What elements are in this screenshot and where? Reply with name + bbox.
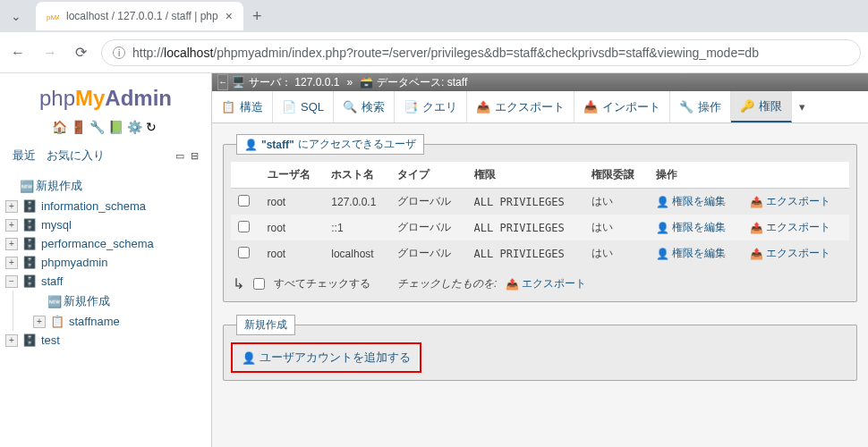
export-row-link[interactable]: 📤エクスポート <box>750 194 830 209</box>
user-icon: 👤 <box>244 139 258 151</box>
url-path: /phpmyadmin/index.php?route=/server/priv… <box>213 46 759 60</box>
tab-operations[interactable]: 🔧操作 <box>670 91 731 122</box>
expand-toggle[interactable]: + <box>5 257 18 269</box>
dropdown-icon[interactable]: ⌄ <box>7 5 25 27</box>
add-user-link[interactable]: 👤 ユーザアカウントを追加する <box>242 350 411 366</box>
col-grant: 権限委譲 <box>584 162 649 189</box>
browser-tab[interactable]: pMA localhost / 127.0.0.1 / staff | php … <box>36 2 243 30</box>
tab-search[interactable]: 🔍検索 <box>334 91 395 122</box>
tab-import[interactable]: 📥インポート <box>574 91 670 122</box>
export-icon: 📤 <box>506 278 519 291</box>
main-tabs: 📋構造 📄SQL 🔍検索 📑クエリ 📤エクスポート 📥インポート 🔧操作 🔑権限… <box>212 91 868 123</box>
cell-type: グローバル <box>390 189 466 215</box>
db-link-test[interactable]: test <box>41 333 60 347</box>
favicon-icon: pMA <box>47 10 59 22</box>
export-icon: 📤 <box>750 196 763 208</box>
edit-priv-link[interactable]: 👤権限を編集 <box>656 194 726 209</box>
refresh-icon[interactable]: ↻ <box>146 120 160 134</box>
edit-user-icon: 👤 <box>656 196 669 208</box>
forward-button[interactable]: → <box>39 41 61 64</box>
export-icon: 📤 <box>750 222 763 234</box>
cell-user: root <box>260 215 325 240</box>
export-row-link[interactable]: 📤エクスポート <box>750 220 830 235</box>
cell-user: root <box>260 189 325 215</box>
checkall-label[interactable]: すべてチェックする <box>274 276 370 291</box>
db-icon: 🗄️ <box>22 256 37 269</box>
row-checkbox[interactable] <box>238 247 250 258</box>
tab-title: localhost / 127.0.0.1 / staff | php <box>66 10 218 22</box>
col-user: ユーザ名 <box>260 162 325 189</box>
expand-toggle[interactable]: + <box>5 219 18 232</box>
bc-server[interactable]: サーバ： 127.0.0.1 <box>249 75 339 90</box>
back-button[interactable]: ← <box>7 41 29 64</box>
edit-user-icon: 👤 <box>656 222 669 234</box>
db-icon: 🗄️ <box>22 199 37 213</box>
search-icon: 🔍 <box>343 100 357 114</box>
db-link-performance-schema[interactable]: performance_schema <box>41 237 154 250</box>
structure-icon: 📋 <box>221 100 235 114</box>
tab-more[interactable]: ▾ <box>792 91 813 122</box>
settings-icon[interactable]: ⚙️ <box>127 120 146 134</box>
cell-type: グローバル <box>390 215 466 240</box>
col-host: ホスト名 <box>324 162 390 189</box>
address-bar[interactable]: i http://localhost/phpmyadmin/index.php?… <box>101 39 861 66</box>
db-link-mysql[interactable]: mysql <box>41 218 72 232</box>
new-tab-button[interactable]: + <box>252 7 262 26</box>
expand-toggle[interactable]: + <box>5 238 18 250</box>
tab-privileges[interactable]: 🔑権限 <box>731 91 792 122</box>
tab-structure[interactable]: 📋構造 <box>212 91 273 122</box>
db-tree: 🆕新規作成 +🗄️information_schema +🗄️mysql +🗄️… <box>5 172 206 350</box>
db-link-information-schema[interactable]: information_schema <box>41 199 146 213</box>
db-icon: 🗄️ <box>22 274 37 288</box>
favorites-link[interactable]: お気に入り <box>41 145 110 166</box>
cell-grant: はい <box>584 215 649 240</box>
cell-grant: はい <box>584 240 649 266</box>
cell-grant: はい <box>584 189 649 215</box>
table-link-staffname[interactable]: staffname <box>69 315 120 328</box>
recent-link[interactable]: 最近 <box>7 145 41 166</box>
db-link-phpmyadmin[interactable]: phpmyadmin <box>41 256 107 269</box>
arrow-icon: ↳ <box>233 275 244 292</box>
tab-export[interactable]: 📤エクスポート <box>467 91 574 122</box>
operations-icon: 🔧 <box>679 100 694 114</box>
tab-sql[interactable]: 📄SQL <box>273 91 334 122</box>
sql-icon: 📄 <box>282 100 296 114</box>
url-prefix: http:// <box>132 46 164 60</box>
nav-collapse-button[interactable]: ← <box>217 74 228 90</box>
cell-user: root <box>260 240 325 266</box>
table-row: root::1グローバルALL PRIVILEGESはい👤権限を編集📤エクスポー… <box>231 215 849 240</box>
logo[interactable]: phpMyAdmin <box>5 80 206 118</box>
export-selected-link[interactable]: 📤エクスポート <box>506 276 586 291</box>
db-link-staff[interactable]: staff <box>41 274 63 288</box>
import-icon: 📥 <box>583 100 598 114</box>
row-checkbox[interactable] <box>238 221 250 232</box>
export-row-link[interactable]: 📤エクスポート <box>750 246 830 261</box>
reload-button[interactable]: ⟳ <box>72 40 90 64</box>
tab-query[interactable]: 📑クエリ <box>395 91 467 122</box>
new-db-link[interactable]: 🆕新規作成 <box>20 178 82 194</box>
collapse-icon[interactable]: ▭ ⊟ <box>175 150 204 162</box>
sidebar-toolbar: 🏠🚪🔧📗⚙️↻ <box>5 118 206 141</box>
bc-database[interactable]: データベース: staff <box>377 75 467 90</box>
docs-icon[interactable]: 📗 <box>108 120 127 134</box>
collapse-toggle[interactable]: − <box>5 275 18 288</box>
exit-icon[interactable]: 🚪 <box>71 120 89 134</box>
edit-priv-link[interactable]: 👤権限を編集 <box>656 220 726 235</box>
expand-toggle[interactable]: + <box>5 334 18 347</box>
close-icon[interactable]: × <box>226 9 233 23</box>
export-icon: 📤 <box>476 100 490 114</box>
checkall-checkbox[interactable] <box>253 278 265 290</box>
expand-toggle[interactable]: + <box>5 200 18 213</box>
expand-toggle[interactable]: + <box>33 316 46 328</box>
row-checkbox[interactable] <box>238 195 250 207</box>
edit-priv-link[interactable]: 👤権限を編集 <box>656 246 726 261</box>
site-info-icon[interactable]: i <box>113 46 125 59</box>
query-icon[interactable]: 🔧 <box>89 120 108 134</box>
sidebar: phpMyAdmin 🏠🚪🔧📗⚙️↻ 最近 お気に入り ▭ ⊟ 🆕新規作成 +🗄… <box>0 73 212 447</box>
home-icon[interactable]: 🏠 <box>52 120 71 134</box>
table-icon[interactable]: 📋 <box>50 315 64 328</box>
new-panel: 新規作成 👤 ユーザアカウントを追加する <box>223 315 857 381</box>
new-table-link[interactable]: 🆕新規作成 <box>47 293 110 309</box>
users-panel: 👤 "staff" にアクセスできるユーザ ユーザ名 ホスト名 タイプ 権限 権… <box>223 134 857 302</box>
export-icon: 📤 <box>750 248 763 260</box>
